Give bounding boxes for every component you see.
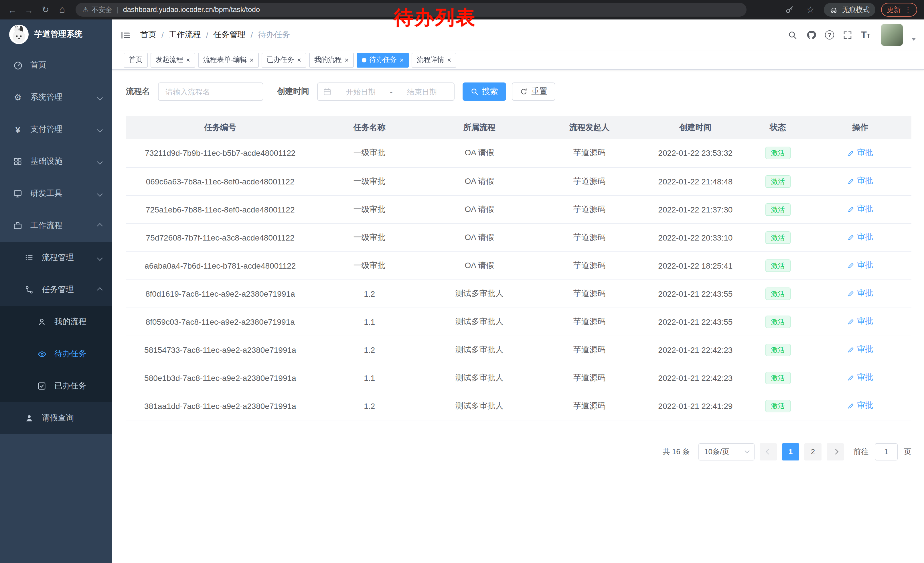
user-icon [24, 413, 34, 423]
process-name-input[interactable] [158, 83, 263, 101]
logo[interactable]: 芋道管理系统 [0, 20, 112, 49]
menu-dots-icon[interactable]: ⋮ [904, 6, 911, 14]
sidebar-item-my-process[interactable]: 我的流程 [0, 306, 112, 338]
sidebar-item-workflow[interactable]: 工作流程 [0, 210, 112, 242]
page-button-2[interactable]: 2 [804, 443, 822, 460]
approve-link[interactable]: 审批 [848, 317, 873, 327]
sidebar-item-process-mgmt[interactable]: 流程管理 [0, 242, 112, 274]
tab-close-icon[interactable]: × [186, 56, 190, 63]
hamburger-icon [120, 30, 131, 41]
fullscreen-button[interactable] [843, 30, 852, 40]
cell-process: OA 请假 [424, 224, 534, 251]
refresh-icon [520, 88, 528, 96]
tab-done-tasks[interactable]: 已办任务 × [262, 53, 306, 67]
bookmark-star-button[interactable]: ☆ [802, 2, 818, 18]
table-row: 725a1eb6-7b88-11ec-8ef0-acde48001122 一级审… [126, 195, 911, 224]
status-badge: 激活 [765, 147, 790, 159]
approve-link[interactable]: 审批 [848, 148, 873, 158]
header-search-button[interactable] [788, 30, 798, 40]
home-button[interactable]: ⌂ [54, 2, 70, 18]
cell-initiator: 芋道源码 [534, 336, 644, 364]
avatar-dropdown-caret-icon[interactable] [911, 38, 916, 41]
prev-page-button[interactable] [760, 443, 777, 460]
fullscreen-icon [843, 30, 852, 40]
rabbit-logo-icon [10, 25, 28, 44]
approve-link[interactable]: 审批 [848, 401, 873, 411]
update-chip[interactable]: 更新 ⋮ [881, 3, 917, 17]
approve-link[interactable]: 审批 [848, 372, 873, 383]
goto-page-input[interactable] [875, 443, 898, 460]
tab-start-process[interactable]: 发起流程 × [151, 53, 195, 67]
status-badge: 激活 [765, 259, 790, 272]
tab-process-detail[interactable]: 流程详情 × [412, 53, 456, 67]
top-navbar: 首页 / 工作流程 / 任务管理 / 待办任务 ? [112, 20, 924, 50]
cell-status: 激活 [747, 364, 810, 392]
col-process: 所属流程 [424, 116, 534, 139]
sidebar-item-leave-query[interactable]: 请假查询 [0, 402, 112, 434]
sidebar-item-infrastructure[interactable]: 基础设施 [0, 146, 112, 177]
cell-actions: 审批 [809, 195, 911, 224]
cell-actions: 审批 [809, 308, 911, 336]
sidebar-item-label: 任务管理 [42, 285, 74, 295]
gear-icon: ⚙ [13, 92, 23, 102]
sidebar-item-devtools[interactable]: 研发工具 [0, 177, 112, 210]
approve-link[interactable]: 审批 [848, 288, 873, 299]
tab-close-icon[interactable]: × [297, 56, 301, 63]
incognito-badge: 无痕模式 [824, 3, 875, 17]
reload-button[interactable]: ↻ [38, 2, 53, 18]
sidebar-item-todo-tasks[interactable]: 待办任务 [0, 338, 112, 370]
approve-link-label: 审批 [857, 372, 873, 383]
cell-task-name: 一级审批 [315, 139, 424, 167]
forward-button[interactable]: → [21, 2, 37, 18]
approve-link[interactable]: 审批 [848, 344, 873, 355]
font-size-button[interactable]: TT [861, 30, 870, 39]
security-status[interactable]: ⚠ 不安全 [82, 5, 112, 15]
next-page-button[interactable] [826, 443, 844, 460]
approve-link[interactable]: 审批 [848, 204, 873, 215]
reset-button[interactable]: 重置 [512, 83, 555, 101]
cell-initiator: 芋道源码 [534, 139, 644, 167]
start-date-input[interactable] [334, 87, 388, 96]
cell-process: 测试多审批人 [424, 392, 534, 420]
chevron-right-icon [832, 449, 838, 455]
page-size-select[interactable]: 10条/页 [699, 443, 754, 460]
back-button[interactable]: ← [4, 2, 20, 18]
breadcrumb-home[interactable]: 首页 [140, 30, 156, 40]
cell-task-id: 580e1b3d-7ac8-11ec-a9e2-a2380e71991a [126, 364, 315, 392]
tab-close-icon[interactable]: × [345, 56, 349, 63]
star-icon: ☆ [807, 5, 814, 15]
status-badge: 激活 [765, 203, 790, 216]
cell-created: 2022-01-22 20:33:10 [644, 224, 747, 251]
end-date-input[interactable] [395, 87, 449, 96]
password-key-button[interactable] [782, 2, 797, 18]
sidebar-item-system[interactable]: ⚙ 系统管理 [0, 81, 112, 113]
tab-close-icon[interactable]: × [447, 56, 451, 63]
cell-actions: 审批 [809, 224, 911, 251]
approve-link[interactable]: 审批 [848, 260, 873, 270]
cell-task-id: 725a1eb6-7b88-11ec-8ef0-acde48001122 [126, 195, 315, 224]
cell-task-id: 069c6a63-7b8a-11ec-8ef0-acde48001122 [126, 167, 315, 195]
tab-home[interactable]: 首页 [124, 53, 148, 67]
github-button[interactable] [806, 30, 816, 40]
approve-link[interactable]: 审批 [848, 176, 873, 186]
date-range-picker[interactable]: - [317, 83, 454, 101]
search-button[interactable]: 搜索 [463, 83, 506, 101]
sidebar-item-home[interactable]: 首页 [0, 49, 112, 81]
sidebar-toggle-button[interactable] [120, 30, 131, 41]
page-button-1[interactable]: 1 [782, 443, 799, 460]
sidebar-item-done-tasks[interactable]: 已办任务 [0, 370, 112, 402]
tab-todo-tasks[interactable]: 待办任务 × [357, 53, 409, 67]
tab-my-process[interactable]: 我的流程 × [309, 53, 354, 67]
sidebar-item-payment[interactable]: ¥ 支付管理 [0, 113, 112, 146]
sidebar-item-task-mgmt[interactable]: 任务管理 [0, 274, 112, 306]
tab-label: 流程详情 [417, 55, 444, 65]
tab-form-edit[interactable]: 流程表单-编辑 × [198, 53, 259, 67]
help-button[interactable]: ? [825, 30, 834, 39]
breadcrumb-workflow[interactable]: 工作流程 [169, 30, 201, 40]
cell-actions: 审批 [809, 139, 911, 167]
user-avatar[interactable] [881, 24, 903, 46]
approve-link[interactable]: 审批 [848, 232, 873, 243]
breadcrumb-task-mgmt[interactable]: 任务管理 [213, 30, 246, 40]
tab-close-icon[interactable]: × [250, 56, 254, 63]
tab-close-icon[interactable]: × [400, 56, 404, 63]
